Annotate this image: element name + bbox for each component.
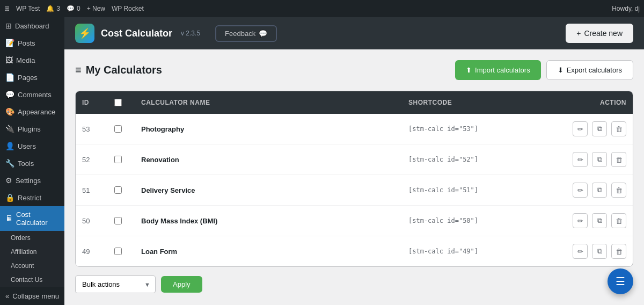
edit-button-49[interactable]: ✏ <box>573 244 588 259</box>
plugin-logo: ⚡ <box>75 24 94 43</box>
row-checkbox-52[interactable] <box>114 156 122 163</box>
sidebar-item-cost-calculator[interactable]: 🖩 Cost Calculator <box>0 206 64 231</box>
select-all-checkbox[interactable] <box>114 99 122 106</box>
sidebar-item-tools[interactable]: 🔧 Tools <box>0 155 64 172</box>
sidebar-sub-orders[interactable]: Orders <box>0 231 64 245</box>
page-content: ≡ My Calculators ⬆ Import calculators ⬇ … <box>64 49 644 305</box>
table-row: 49 Loan Form [stm-calc id="49"] ✏ ⧉ 🗑 <box>76 236 633 266</box>
calc-name-50: Body Mass Index (BMI) <box>135 209 402 233</box>
edit-button-50[interactable]: ✏ <box>573 213 588 228</box>
sidebar-item-posts[interactable]: 📝 Posts <box>0 34 64 52</box>
delete-button-49[interactable]: 🗑 <box>611 244 626 259</box>
appearance-icon: 🎨 <box>5 107 14 116</box>
row-checkbox-51[interactable] <box>114 186 122 194</box>
row-checkbox-50[interactable] <box>114 217 122 224</box>
calc-shortcode-53: [stm-calc id="53"] <box>402 118 552 140</box>
apply-button[interactable]: Apply <box>161 276 202 293</box>
plugin-logo-icon: ⚡ <box>79 27 91 39</box>
comments-icon[interactable]: 💬 0 <box>67 5 80 12</box>
calc-name-49: Loan Form <box>135 240 402 263</box>
calc-actions-51: ✏ ⧉ 🗑 <box>552 175 633 205</box>
sidebar-sub-contact[interactable]: Contact Us <box>0 273 64 287</box>
edit-button-51[interactable]: ✏ <box>573 183 588 198</box>
calc-checkbox-49 <box>108 240 135 263</box>
plugins-icon: 🔌 <box>5 125 14 133</box>
bulk-actions-bar: Bulk actions Delete ▼ Apply <box>75 267 633 295</box>
new-button[interactable]: + New <box>87 5 105 12</box>
sidebar-item-dashboard[interactable]: ⊞ Dashboard <box>0 17 64 34</box>
feedback-icon: 💬 <box>259 30 267 38</box>
calc-id-52: 52 <box>76 148 108 171</box>
calc-name-52: Renovation <box>135 148 402 171</box>
th-id: ID <box>76 91 108 114</box>
calc-name-51: Delivery Service <box>135 179 402 202</box>
sidebar-item-media[interactable]: 🖼 Media <box>0 52 64 69</box>
calc-actions-49: ✏ ⧉ 🗑 <box>552 236 633 266</box>
table-row: 51 Delivery Service [stm-calc id="51"] ✏… <box>76 175 633 206</box>
duplicate-button-50[interactable]: ⧉ <box>592 213 607 228</box>
delete-button-51[interactable]: 🗑 <box>611 183 626 198</box>
sidebar-sub-affiliation[interactable]: Affiliation <box>0 245 64 259</box>
th-checkbox <box>108 91 135 114</box>
th-action: ACTION <box>552 91 633 114</box>
calc-shortcode-51: [stm-calc id="51"] <box>402 179 552 201</box>
sidebar-item-users[interactable]: 👤 Users <box>0 137 64 155</box>
table-row: 53 Photography [stm-calc id="53"] ✏ ⧉ 🗑 <box>76 114 633 144</box>
feedback-button[interactable]: Feedback 💬 <box>215 25 277 42</box>
export-calculators-button[interactable]: ⬇ Export calculators <box>546 60 633 80</box>
duplicate-button-52[interactable]: ⧉ <box>592 152 607 167</box>
fab-icon: ☰ <box>616 275 625 288</box>
row-checkbox-53[interactable] <box>114 125 122 133</box>
plugin-header: ⚡ Cost Calculator v 2.3.5 Feedback 💬 + C… <box>64 17 644 49</box>
sidebar-item-restrict[interactable]: 🔒 Restrict <box>0 189 64 206</box>
wp-logo[interactable]: ⊞ <box>4 5 10 12</box>
calc-checkbox-53 <box>108 118 135 140</box>
delete-button-53[interactable]: 🗑 <box>611 121 626 136</box>
duplicate-button-49[interactable]: ⧉ <box>592 244 607 259</box>
dashboard-icon: ⊞ <box>5 21 12 30</box>
th-name: CALCULATOR NAME <box>135 91 402 114</box>
sidebar-item-appearance[interactable]: 🎨 Appearance <box>0 103 64 120</box>
calc-shortcode-52: [stm-calc id="52"] <box>402 148 552 171</box>
delete-button-50[interactable]: 🗑 <box>611 213 626 228</box>
calculator-nav-icon: 🖩 <box>5 214 13 223</box>
plugin-title: Cost Calculator <box>101 28 172 39</box>
media-icon: 🖼 <box>5 56 13 64</box>
plugin-version: v 2.3.5 <box>181 30 200 37</box>
updates-icon[interactable]: 🔔 3 <box>46 5 60 12</box>
calc-shortcode-50: [stm-calc id="50"] <box>402 209 552 232</box>
row-checkbox-49[interactable] <box>114 248 122 255</box>
page-header: ≡ My Calculators ⬆ Import calculators ⬇ … <box>75 60 633 80</box>
admin-bar: ⊞ WP Test 🔔 3 💬 0 + New WP Rocket Howdy,… <box>0 0 644 17</box>
delete-button-52[interactable]: 🗑 <box>611 152 626 167</box>
sidebar-submenu: Orders Affiliation Account Contact Us <box>0 231 64 287</box>
header-actions: ⬆ Import calculators ⬇ Export calculator… <box>455 60 633 80</box>
title-icon: ≡ <box>75 64 82 76</box>
calc-checkbox-50 <box>108 209 135 232</box>
export-icon: ⬇ <box>558 66 564 74</box>
collapse-icon: « <box>5 292 9 300</box>
bulk-actions-select[interactable]: Bulk actions Delete <box>75 275 156 293</box>
duplicate-button-51[interactable]: ⧉ <box>592 183 607 198</box>
sidebar-item-comments[interactable]: 💬 Comments <box>0 86 64 103</box>
sidebar-item-plugins[interactable]: 🔌 Plugins <box>0 120 64 137</box>
import-calculators-button[interactable]: ⬆ Import calculators <box>455 60 541 80</box>
calc-id-51: 51 <box>76 179 108 202</box>
calc-name-53: Photography <box>135 118 402 141</box>
create-new-button[interactable]: + Create new <box>566 24 633 43</box>
duplicate-button-53[interactable]: ⧉ <box>592 121 607 136</box>
sidebar-item-pages[interactable]: 📄 Pages <box>0 69 64 86</box>
settings-icon: ⚙ <box>5 176 12 185</box>
fab-button[interactable]: ☰ <box>608 268 633 294</box>
tools-icon: 🔧 <box>5 159 14 168</box>
calc-id-49: 49 <box>76 240 108 263</box>
calc-actions-53: ✏ ⧉ 🗑 <box>552 114 633 144</box>
site-name[interactable]: WP Test <box>16 5 40 12</box>
edit-button-52[interactable]: ✏ <box>573 152 588 167</box>
edit-button-53[interactable]: ✏ <box>573 121 588 136</box>
sidebar-item-settings[interactable]: ⚙ Settings <box>0 172 64 189</box>
wp-rocket[interactable]: WP Rocket <box>112 5 144 12</box>
sidebar-sub-account[interactable]: Account <box>0 259 64 273</box>
collapse-menu-button[interactable]: « Collapse menu <box>0 287 64 305</box>
users-icon: 👤 <box>5 142 14 150</box>
